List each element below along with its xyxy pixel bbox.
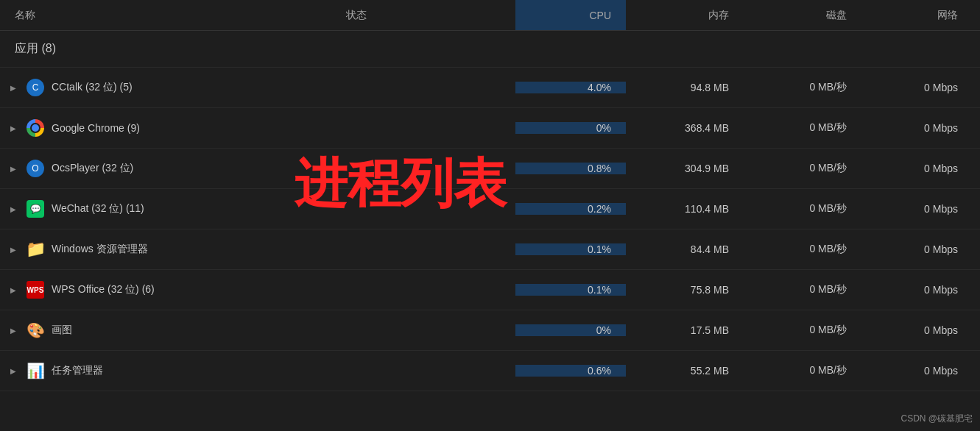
section-header-apps: 应用 (8) xyxy=(0,31,980,68)
process-memory-cell: 94.8 MB xyxy=(626,82,744,93)
process-name-text: 任务管理器 xyxy=(52,364,103,377)
header-name[interactable]: 名称 xyxy=(0,9,339,22)
process-memory-cell: 110.4 MB xyxy=(626,203,744,215)
app-icon: 🎨 xyxy=(25,320,46,341)
table-row[interactable]: ▶ 📊 任务管理器 0.6% 55.2 MB 0 MB/秒 0 Mbps xyxy=(0,351,980,391)
process-list: ▶ C CCtalk (32 位) (5) 4.0% 94.8 MB 0 MB/… xyxy=(0,68,980,391)
app-icon: 📊 xyxy=(25,360,46,381)
process-name-text: CCtalk (32 位) (5) xyxy=(52,81,133,94)
process-cpu-cell: 4.0% xyxy=(515,82,626,93)
process-name-cell: ▶ 🎨 画图 xyxy=(0,320,339,341)
process-network-cell: 0 Mbps xyxy=(861,365,980,377)
task-manager-window: 名称 状态 CPU 内存 磁盘 网络 进程列表 应用 (8) ▶ C CCtal… xyxy=(0,0,980,431)
header-network[interactable]: 网络 xyxy=(861,9,980,22)
process-name-text: OcsPlayer (32 位) xyxy=(52,162,133,175)
section-title: 应用 (8) xyxy=(15,41,56,57)
process-name-text: Windows 资源管理器 xyxy=(52,243,148,256)
process-memory-cell: 17.5 MB xyxy=(626,324,744,336)
process-disk-cell: 0 MB/秒 xyxy=(744,283,861,296)
process-cpu-cell: 0.1% xyxy=(515,243,626,255)
table-header: 名称 状态 CPU 内存 磁盘 网络 xyxy=(0,0,980,31)
process-network-cell: 0 Mbps xyxy=(861,163,980,174)
header-disk[interactable]: 磁盘 xyxy=(744,9,861,22)
process-memory-cell: 368.4 MB xyxy=(626,122,744,134)
expand-arrow-icon[interactable]: ▶ xyxy=(7,243,19,255)
process-network-cell: 0 Mbps xyxy=(861,243,980,255)
expand-arrow-icon[interactable]: ▶ xyxy=(7,365,19,377)
process-name-text: 画图 xyxy=(52,324,72,337)
process-disk-cell: 0 MB/秒 xyxy=(744,81,861,94)
table-row[interactable]: ▶ Google Chrome (9) 0% 368.4 MB 0 MB/秒 0… xyxy=(0,108,980,149)
header-cpu[interactable]: CPU xyxy=(515,0,626,30)
expand-arrow-icon[interactable]: ▶ xyxy=(7,163,19,174)
process-disk-cell: 0 MB/秒 xyxy=(744,162,861,175)
process-name-cell: ▶ O OcsPlayer (32 位) xyxy=(0,158,339,179)
process-cpu-cell: 0.2% xyxy=(515,203,626,215)
expand-arrow-icon[interactable]: ▶ xyxy=(7,82,19,93)
process-name-text: Google Chrome (9) xyxy=(52,122,140,134)
process-memory-cell: 304.9 MB xyxy=(626,163,744,174)
process-disk-cell: 0 MB/秒 xyxy=(744,202,861,215)
process-cpu-cell: 0.8% xyxy=(515,163,626,174)
expand-arrow-icon[interactable]: ▶ xyxy=(7,203,19,215)
csdn-watermark: CSDN @碳基肥宅 xyxy=(900,413,973,425)
app-icon: C xyxy=(25,77,46,98)
table-row[interactable]: ▶ WPS WPS Office (32 位) (6) 0.1% 75.8 MB… xyxy=(0,270,980,310)
content-area: 进程列表 应用 (8) ▶ C CCtalk (32 位) (5) 4.0% 9… xyxy=(0,31,980,431)
process-network-cell: 0 Mbps xyxy=(861,203,980,215)
expand-arrow-icon[interactable]: ▶ xyxy=(7,324,19,336)
process-memory-cell: 55.2 MB xyxy=(626,365,744,377)
process-name-cell: ▶ 📁 Windows 资源管理器 xyxy=(0,239,339,260)
process-cpu-cell: 0.1% xyxy=(515,284,626,296)
process-disk-cell: 0 MB/秒 xyxy=(744,121,861,135)
process-network-cell: 0 Mbps xyxy=(861,122,980,134)
process-network-cell: 0 Mbps xyxy=(861,284,980,296)
process-name-cell: ▶ C CCtalk (32 位) (5) xyxy=(0,77,339,98)
process-name-cell: ▶ 💬 WeChat (32 位) (11) xyxy=(0,199,339,219)
process-disk-cell: 0 MB/秒 xyxy=(744,243,861,256)
table-row[interactable]: ▶ C CCtalk (32 位) (5) 4.0% 94.8 MB 0 MB/… xyxy=(0,68,980,108)
table-row[interactable]: ▶ 💬 WeChat (32 位) (11) 0.2% 110.4 MB 0 M… xyxy=(0,189,980,229)
process-network-cell: 0 Mbps xyxy=(861,324,980,336)
table-row[interactable]: ▶ O OcsPlayer (32 位) 0.8% 304.9 MB 0 MB/… xyxy=(0,149,980,189)
app-icon: 📁 xyxy=(25,239,46,260)
process-memory-cell: 84.4 MB xyxy=(626,243,744,255)
expand-arrow-icon[interactable]: ▶ xyxy=(7,284,19,296)
table-row[interactable]: ▶ 🎨 画图 0% 17.5 MB 0 MB/秒 0 Mbps xyxy=(0,310,980,351)
process-disk-cell: 0 MB/秒 xyxy=(744,364,861,377)
process-name-cell: ▶ 📊 任务管理器 xyxy=(0,360,339,381)
app-icon: 💬 xyxy=(25,199,46,219)
process-name-text: WeChat (32 位) (11) xyxy=(52,202,144,215)
process-cpu-cell: 0.6% xyxy=(515,365,626,377)
app-icon xyxy=(25,118,46,138)
process-name-text: WPS Office (32 位) (6) xyxy=(52,283,155,296)
process-cpu-cell: 0% xyxy=(515,122,626,134)
expand-arrow-icon[interactable]: ▶ xyxy=(7,122,19,134)
process-name-cell: ▶ WPS WPS Office (32 位) (6) xyxy=(0,279,339,300)
process-cpu-cell: 0% xyxy=(515,324,626,336)
app-icon: O xyxy=(25,158,46,179)
process-name-cell: ▶ Google Chrome (9) xyxy=(0,118,339,138)
app-icon: WPS xyxy=(25,279,46,300)
process-disk-cell: 0 MB/秒 xyxy=(744,324,861,337)
table-row[interactable]: ▶ 📁 Windows 资源管理器 0.1% 84.4 MB 0 MB/秒 0 … xyxy=(0,229,980,270)
header-memory[interactable]: 内存 xyxy=(626,9,744,22)
process-network-cell: 0 Mbps xyxy=(861,82,980,93)
header-status[interactable]: 状态 xyxy=(339,9,515,22)
process-memory-cell: 75.8 MB xyxy=(626,284,744,296)
